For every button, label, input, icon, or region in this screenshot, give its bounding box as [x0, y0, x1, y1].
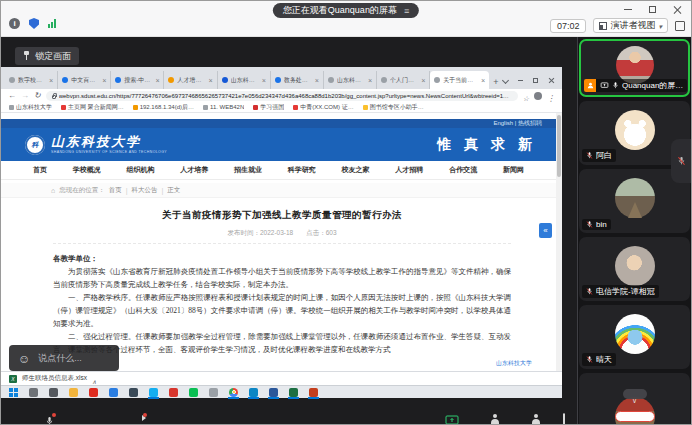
taskbar-app-netease-music[interactable]	[89, 388, 98, 397]
browser-tab[interactable]: 个人门户-山东科	[377, 71, 430, 89]
taskbar-app-folder[interactable]	[69, 388, 78, 397]
browser-tab[interactable]: 教务处通知公告	[271, 71, 324, 89]
browser-tab[interactable]: 数字校园-登录	[5, 71, 58, 89]
tab-close-icon[interactable]	[262, 77, 266, 84]
nav-item[interactable]: 招生就业	[234, 165, 262, 175]
bookmark-item[interactable]: 山东科技大学	[9, 103, 52, 112]
university-logo[interactable]: 科 山东科技大学 SHANDONG UNIVERSITY OF SCIENCE …	[25, 135, 167, 155]
participant-tile[interactable]: 晴天	[579, 305, 690, 369]
breadcrumb-section[interactable]: 科大公告	[131, 186, 157, 195]
breadcrumb-home[interactable]: 首页	[109, 186, 122, 195]
network-quality-icon[interactable]	[48, 19, 56, 28]
site-top-links[interactable]: English | 热线招聘	[493, 119, 542, 128]
taskbar-app-youku[interactable]	[169, 388, 178, 397]
tab-close-icon[interactable]	[49, 77, 53, 84]
browser-tab[interactable]: 人才培养方案	[164, 71, 217, 89]
browser-menu-icon[interactable]	[547, 87, 555, 105]
microphone-button[interactable]	[45, 414, 54, 424]
fullscreen-button[interactable]	[675, 21, 685, 31]
bookmark-star-icon[interactable]	[523, 87, 529, 105]
tab-favicon	[381, 77, 387, 83]
new-tab-button[interactable]: +	[489, 75, 503, 89]
back-button[interactable]	[8, 92, 16, 100]
taskbar-app-qq[interactable]	[149, 388, 158, 397]
collapse-panel-button[interactable]	[623, 389, 647, 399]
bookmark-item[interactable]: 192.168.1.34(d)后…	[133, 103, 194, 112]
chat-button[interactable]	[563, 414, 565, 424]
taskbar-app-edge[interactable]	[249, 388, 258, 397]
windows-start-button[interactable]	[9, 388, 18, 397]
refresh-button[interactable]	[34, 92, 41, 100]
tab-search-icon[interactable]	[502, 76, 509, 83]
nav-item[interactable]: 合作交流	[449, 165, 477, 175]
nav-item[interactable]: 组织机构	[127, 165, 155, 175]
participant-tile[interactable]: 电信学院-谭相冠	[579, 237, 690, 301]
lock-screen-button[interactable]: 锁定画面	[15, 47, 79, 65]
tab-close-icon[interactable]	[315, 77, 319, 84]
bookmark-item[interactable]: 中青(XX.COM) 证…	[293, 103, 353, 112]
breadcrumb-page: 正文	[167, 186, 180, 195]
floating-mic-muted-popup[interactable]	[671, 139, 691, 183]
download-caret-icon[interactable]	[92, 370, 96, 388]
nav-item[interactable]: 校友之家	[342, 165, 370, 175]
minimize-button[interactable]	[624, 9, 632, 10]
browser-tab[interactable]: 中文百科-搜索	[58, 71, 111, 89]
participant-tile[interactable]: Quanquan的屏…	[579, 39, 690, 97]
taskbar-app-chrome[interactable]	[229, 388, 238, 397]
maximize-button[interactable]	[649, 6, 656, 13]
browser-tab[interactable]: 搜索-中国知网	[111, 71, 164, 89]
browser-tab[interactable]: 山东科技大学	[218, 71, 271, 89]
url-field[interactable]: webvpn.sdust.edu.cn/https/77726476706e69…	[46, 91, 518, 101]
nav-item[interactable]: 人才招聘	[395, 165, 423, 175]
security-shield-icon[interactable]	[29, 18, 39, 29]
participant-tile-partial[interactable]	[579, 373, 690, 424]
taskbar-app-excel[interactable]	[289, 388, 298, 397]
tab-favicon	[62, 77, 68, 83]
page-side-widget[interactable]	[539, 223, 552, 238]
page-footer-link[interactable]: 山东科技大学	[496, 359, 532, 368]
watching-banner[interactable]: 您正在观看Quanquan的屏幕	[273, 3, 419, 18]
close-button[interactable]	[673, 5, 681, 13]
taskbar-app-mail[interactable]	[109, 388, 118, 397]
browser-close-icon[interactable]	[548, 77, 554, 83]
meeting-info-icon[interactable]: i	[9, 18, 20, 29]
taskbar-app-tool[interactable]	[129, 388, 138, 397]
bookmark-item[interactable]: 11. WEB42N	[203, 104, 244, 110]
taskbar-app-word[interactable]	[269, 388, 278, 397]
nav-item[interactable]: 人才培养	[180, 165, 208, 175]
tab-close-icon[interactable]	[102, 77, 106, 84]
tab-close-icon[interactable]	[368, 77, 372, 84]
taskbar-app-search[interactable]	[29, 388, 38, 397]
forward-button[interactable]	[21, 92, 29, 100]
emoji-smiley-icon[interactable]	[18, 349, 30, 367]
browser-tab[interactable]: 山东科技大学	[324, 71, 377, 89]
tab-close-icon[interactable]	[481, 77, 485, 84]
tab-close-icon[interactable]	[209, 77, 213, 84]
nav-item[interactable]: 科学研究	[288, 165, 316, 175]
taskbar-app-task-view[interactable]	[49, 388, 58, 397]
tab-close-icon[interactable]	[421, 77, 425, 84]
page-scrollbar[interactable]	[556, 113, 562, 371]
nav-item[interactable]: 首页	[33, 165, 47, 175]
banner-menu-icon[interactable]	[404, 6, 409, 16]
tab-close-icon[interactable]	[155, 77, 159, 84]
taskbar-app-notes[interactable]	[209, 388, 218, 397]
taskbar-app-powerpoint[interactable]	[309, 388, 318, 397]
nav-item[interactable]: 新闻网	[503, 165, 524, 175]
taskbar-app-wechat[interactable]	[189, 388, 198, 397]
bookmark-item[interactable]: 学习强国	[253, 103, 284, 112]
view-mode-button[interactable]: 演讲者视图	[593, 18, 668, 33]
profile-avatar[interactable]	[534, 92, 542, 100]
nav-item[interactable]: 学校概况	[73, 165, 101, 175]
chat-quick-input[interactable]: 说点什么...	[9, 345, 119, 371]
bookmark-item[interactable]: 主页网 聚合新闻网…	[61, 103, 124, 112]
download-filename[interactable]: 师生联络员信息表.xlsx	[22, 374, 87, 383]
browser-tab-active[interactable]: 关于当前疫情形	[430, 71, 489, 89]
scrollbar-thumb[interactable]	[557, 115, 561, 177]
browser-minimize-icon[interactable]	[518, 80, 523, 81]
bookmark-favicon	[363, 105, 368, 110]
share-screen-button[interactable]	[445, 414, 459, 424]
browser-maximize-icon[interactable]	[533, 78, 538, 83]
bookmark-item[interactable]: 图书馆专区小助手…	[363, 103, 424, 112]
article-body: 各教学单位： 为贯彻落实《山东省教育厅新冠肺炎疫情处置工作领导小组关于当前疫情形…	[53, 252, 511, 356]
